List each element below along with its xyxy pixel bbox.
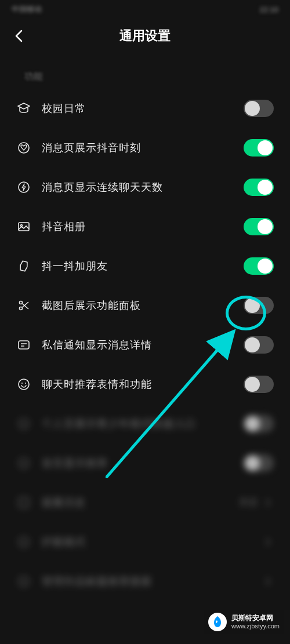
svg-point-8 <box>21 383 23 384</box>
graduation-icon <box>16 101 31 116</box>
svg-point-7 <box>19 379 29 390</box>
toggle-switch[interactable] <box>244 297 274 314</box>
setting-label: 抖音相册 <box>42 220 244 234</box>
svg-point-1 <box>19 182 29 192</box>
scissors-icon <box>16 298 31 313</box>
emoji-icon <box>16 377 31 392</box>
svg-rect-2 <box>19 223 29 231</box>
setting-label: 护眼模式 <box>42 535 262 549</box>
setting-chat-days[interactable]: 消息页显示连续聊天天数 <box>13 168 277 207</box>
setting-douyin-moment[interactable]: 消息页展示抖音时刻 <box>13 128 277 168</box>
svg-point-13 <box>19 537 28 547</box>
header: 通用设置 <box>0 19 290 53</box>
watermark-url: www.zjbstyy.com <box>231 623 280 630</box>
toggle-switch[interactable] <box>244 179 274 196</box>
toggle-switch[interactable] <box>244 100 274 117</box>
page-title: 通用设置 <box>0 27 290 45</box>
setting-label: 消息页展示抖音时刻 <box>42 141 244 155</box>
shake-icon <box>16 259 31 274</box>
setting-dm-detail[interactable]: 私信通知显示消息详情 <box>13 325 277 365</box>
setting-emoji-suggest[interactable]: 聊天时推荐表情和功能 <box>13 365 277 404</box>
setting-label: 首页显示推荐 <box>42 456 244 470</box>
toggle-switch[interactable] <box>244 415 274 432</box>
setting-value: 开启 <box>239 497 258 509</box>
image-icon <box>16 219 31 234</box>
setting-label: 私信通知显示消息详情 <box>42 338 244 352</box>
svg-point-4 <box>20 301 23 304</box>
setting-blurred[interactable]: 护眼模式 <box>13 522 277 562</box>
lightning-icon <box>16 180 31 195</box>
toggle-switch[interactable] <box>244 454 274 472</box>
chevron-right-icon <box>262 497 274 508</box>
setting-shake-friend[interactable]: 抖一抖加朋友 <box>13 246 277 286</box>
blurred-icon <box>16 574 31 589</box>
blurred-icon <box>16 416 31 431</box>
blurred-icon <box>16 456 31 471</box>
setting-label: 截图后展示功能面板 <box>42 299 244 312</box>
toggle-switch[interactable] <box>244 257 274 275</box>
toggle-switch[interactable] <box>244 218 274 235</box>
settings-list: 校园日常 消息页展示抖音时刻 消息页显示连续聊天天数 抖音相册 抖一抖加朋友 <box>0 89 290 601</box>
setting-label: 校园日常 <box>42 101 244 115</box>
svg-rect-6 <box>19 341 29 349</box>
watermark: 贝斯特安卓网 www.zjbstyy.com <box>204 610 284 634</box>
setting-label: 抖一抖加朋友 <box>42 259 244 273</box>
svg-point-0 <box>19 143 29 153</box>
blurred-icon <box>16 495 31 510</box>
watermark-logo-icon <box>208 613 227 631</box>
section-label: 功能 <box>0 53 290 89</box>
svg-point-14 <box>19 577 28 586</box>
svg-point-5 <box>20 307 23 310</box>
setting-label: 观看历史 <box>42 496 239 510</box>
setting-label: 管理作品标题推荐搜索 <box>42 574 262 588</box>
setting-blurred[interactable]: 个人页展示青少年模式快捷入口 <box>13 404 277 443</box>
setting-label: 个人页展示青少年模式快捷入口 <box>42 417 244 431</box>
setting-label: 消息页显示连续聊天天数 <box>42 180 244 194</box>
toggle-switch[interactable] <box>244 376 274 393</box>
setting-label: 聊天时推荐表情和功能 <box>42 377 244 391</box>
message-icon <box>16 337 31 352</box>
heart-circle-icon <box>16 140 31 155</box>
status-right: 22:10 <box>259 5 278 14</box>
chevron-left-icon <box>14 30 23 42</box>
chevron-right-icon <box>262 576 274 587</box>
blurred-icon <box>16 534 31 550</box>
setting-douyin-album[interactable]: 抖音相册 <box>13 207 277 246</box>
setting-blurred[interactable]: 观看历史 开启 <box>13 483 277 522</box>
setting-blurred[interactable]: 管理作品标题推荐搜索 <box>13 562 277 601</box>
svg-rect-12 <box>19 498 28 507</box>
svg-point-10 <box>19 419 28 428</box>
svg-point-9 <box>25 383 26 384</box>
status-left: 中国移动 <box>12 4 42 14</box>
watermark-name: 贝斯特安卓网 <box>231 614 280 622</box>
toggle-switch[interactable] <box>244 336 274 354</box>
chevron-right-icon <box>262 536 274 548</box>
setting-screenshot-panel[interactable]: 截图后展示功能面板 <box>13 286 277 325</box>
toggle-switch[interactable] <box>244 139 274 157</box>
setting-campus[interactable]: 校园日常 <box>13 89 277 128</box>
back-button[interactable] <box>12 29 26 43</box>
setting-blurred[interactable]: 首页显示推荐 <box>13 443 277 483</box>
svg-point-11 <box>19 459 28 468</box>
